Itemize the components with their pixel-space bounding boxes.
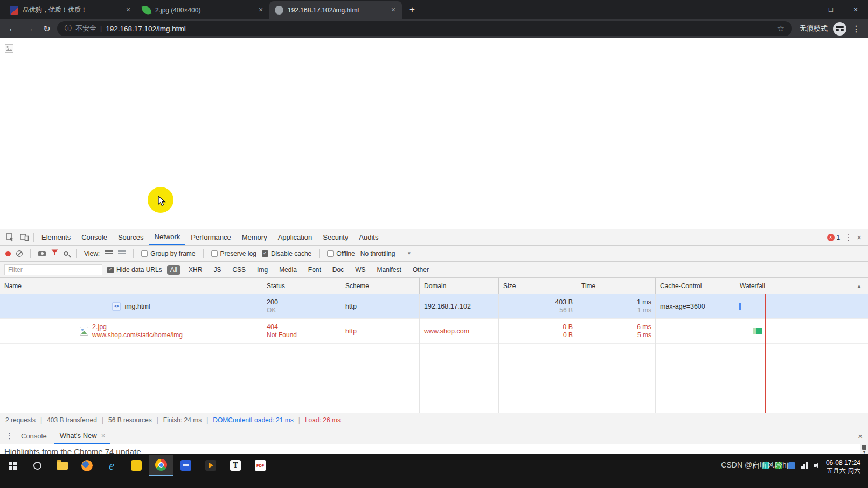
- filter-type-other[interactable]: Other: [409, 265, 432, 275]
- disable-cache-option[interactable]: ✓ Disable cache: [262, 250, 311, 257]
- filter-funnel-icon[interactable]: [51, 249, 58, 257]
- back-icon[interactable]: ←: [5, 22, 19, 36]
- tray-clock[interactable]: 06-08 17:24 五月六 周六: [826, 459, 863, 475]
- minimize-button[interactable]: –: [794, 0, 818, 19]
- tab-close-icon[interactable]: ×: [389, 6, 398, 15]
- preserve-log-option[interactable]: Preserve log: [211, 250, 256, 257]
- throttling-select[interactable]: No throttling ▼: [360, 250, 412, 257]
- overview-icon[interactable]: [118, 250, 126, 256]
- info-icon[interactable]: ⓘ: [65, 24, 72, 33]
- offline-option[interactable]: Offline: [327, 250, 355, 257]
- filter-type-js[interactable]: JS: [210, 265, 224, 275]
- browser-tab-pinyougou[interactable]: 品优购，优质！优质！ ×: [4, 1, 137, 19]
- clear-icon[interactable]: [16, 250, 23, 257]
- filter-type-media[interactable]: Media: [276, 265, 300, 275]
- browser-menu-icon[interactable]: ⋮: [850, 24, 863, 34]
- filter-type-xhr[interactable]: XHR: [185, 265, 205, 275]
- tab-close-icon[interactable]: ×: [124, 6, 133, 15]
- filter-type-font[interactable]: Font: [305, 265, 324, 275]
- inspect-element-icon[interactable]: [3, 231, 17, 245]
- new-tab-button[interactable]: +: [405, 3, 419, 17]
- image-tool-button[interactable]: [124, 455, 149, 476]
- file-explorer-button[interactable]: [50, 455, 74, 476]
- office-button[interactable]: [173, 455, 198, 476]
- search-icon[interactable]: [64, 251, 68, 256]
- search-button[interactable]: [25, 455, 50, 476]
- devtools-tab-security[interactable]: Security: [317, 229, 353, 245]
- filter-type-all[interactable]: All: [167, 265, 180, 275]
- url-text[interactable]: 192.168.17.102/img.html: [106, 25, 773, 33]
- devtools-close-icon[interactable]: ×: [857, 233, 862, 242]
- forward-icon[interactable]: →: [23, 22, 37, 36]
- column-header-waterfall[interactable]: Waterfall ▲: [735, 278, 868, 294]
- filter-type-doc[interactable]: Doc: [329, 265, 347, 275]
- clock-date: 五月六 周六: [826, 467, 860, 475]
- filter-type-css[interactable]: CSS: [229, 265, 249, 275]
- hide-data-urls-option[interactable]: ✓ Hide data URLs: [107, 266, 162, 274]
- device-toolbar-icon[interactable]: [17, 231, 31, 245]
- reload-icon[interactable]: ↻: [40, 22, 54, 36]
- internet-explorer-button[interactable]: e: [99, 455, 124, 476]
- bookmark-star-icon[interactable]: ☆: [777, 24, 784, 33]
- preserve-log-checkbox[interactable]: [211, 250, 218, 257]
- devtools-tab-memory[interactable]: Memory: [237, 229, 273, 245]
- drawer-close-icon[interactable]: ×: [858, 431, 863, 441]
- chrome-button[interactable]: [149, 455, 173, 476]
- devtools-tab-audits[interactable]: Audits: [353, 229, 384, 245]
- offline-checkbox[interactable]: [327, 250, 334, 257]
- large-rows-icon[interactable]: [105, 250, 113, 256]
- group-by-frame-checkbox[interactable]: [141, 250, 148, 257]
- maximize-button[interactable]: □: [818, 0, 843, 19]
- network-row-2jpg[interactable]: 2.jpg www.shop.com/static/home/img 404 N…: [0, 319, 868, 344]
- media-player-button[interactable]: [198, 455, 223, 476]
- incognito-avatar[interactable]: [833, 22, 846, 36]
- devtools-tab-network[interactable]: Network: [149, 229, 186, 245]
- error-badge[interactable]: × 1: [827, 234, 841, 241]
- filter-type-img[interactable]: Img: [254, 265, 271, 275]
- browser-tab-2jpg[interactable]: 2.jpg (400×400) ×: [137, 1, 269, 19]
- devtools-tab-application[interactable]: Application: [273, 229, 318, 245]
- scrollbar[interactable]: ▼: [860, 444, 868, 455]
- tab-close-icon[interactable]: ×: [256, 6, 265, 15]
- typora-button[interactable]: T: [223, 455, 248, 476]
- drawer-tab-whats-new[interactable]: What's New ×: [54, 427, 111, 444]
- column-header-size[interactable]: Size: [499, 278, 577, 294]
- screenshot-camera-icon[interactable]: [38, 251, 46, 256]
- filter-type-ws[interactable]: WS: [352, 265, 369, 275]
- start-button[interactable]: [0, 455, 25, 476]
- tray-app-icon[interactable]: [775, 462, 782, 469]
- tray-chevron-up-icon[interactable]: ∧: [752, 462, 756, 469]
- close-tab-icon[interactable]: ×: [101, 431, 106, 440]
- column-header-status[interactable]: Status: [262, 278, 341, 294]
- column-header-name[interactable]: Name: [0, 278, 262, 294]
- request-status: 404: [267, 323, 337, 331]
- devtools-tab-elements[interactable]: Elements: [36, 229, 76, 245]
- volume-icon[interactable]: [814, 462, 820, 469]
- column-header-cache-control[interactable]: Cache-Control: [656, 278, 735, 294]
- scrollbar-thumb[interactable]: [862, 445, 866, 450]
- pdf-reader-button[interactable]: PDF: [248, 455, 273, 476]
- browser-tab-imghtml[interactable]: 192.168.17.102/img.html ×: [269, 1, 402, 19]
- firefox-button[interactable]: [74, 455, 99, 476]
- tray-app-icon[interactable]: [762, 462, 769, 469]
- disable-cache-checkbox[interactable]: ✓: [262, 250, 268, 257]
- column-header-scheme[interactable]: Scheme: [341, 278, 420, 294]
- network-row-img-html[interactable]: <> img.html 200 OK http 192.168.17.102 4…: [0, 294, 868, 319]
- filter-input[interactable]: [4, 264, 102, 275]
- devtools-menu-icon[interactable]: ⋮: [844, 233, 852, 242]
- devtools-tab-sources[interactable]: Sources: [113, 229, 149, 245]
- column-header-time[interactable]: Time: [577, 278, 656, 294]
- close-window-button[interactable]: ×: [843, 0, 868, 19]
- devtools-tab-performance[interactable]: Performance: [185, 229, 236, 245]
- tray-app-icon[interactable]: [788, 462, 795, 469]
- group-by-frame-option[interactable]: Group by frame: [141, 250, 195, 257]
- column-header-domain[interactable]: Domain: [420, 278, 499, 294]
- hide-data-urls-checkbox[interactable]: ✓: [107, 267, 114, 273]
- devtools-tab-console[interactable]: Console: [76, 229, 113, 245]
- drawer-tab-console[interactable]: Console: [16, 427, 52, 444]
- record-icon[interactable]: [5, 251, 11, 256]
- address-omnibox[interactable]: ⓘ 不安全 | 192.168.17.102/img.html ☆: [57, 21, 792, 36]
- filter-type-manifest[interactable]: Manifest: [374, 265, 405, 275]
- drawer-menu-icon[interactable]: ⋮: [5, 431, 13, 441]
- network-icon[interactable]: [801, 462, 808, 469]
